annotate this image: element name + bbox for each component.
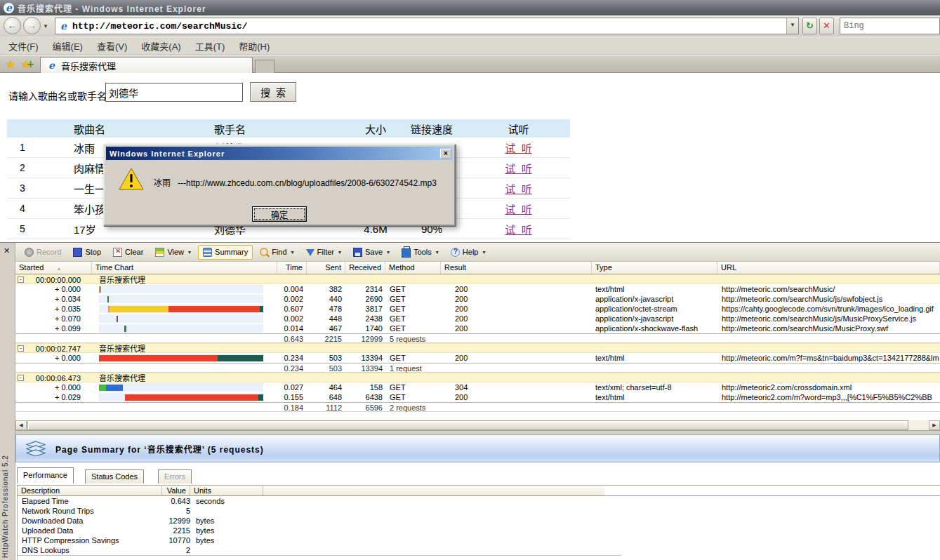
horizontal-scrollbar[interactable]: ◀ ▶	[15, 420, 940, 430]
results-header-0: 歌曲名	[74, 121, 214, 136]
request-offset: + 0.029	[15, 392, 92, 402]
request-row[interactable]: + 0.0000.027464158GET304text/xml; charse…	[15, 382, 940, 392]
hw-toolbar-stop-button[interactable]: Stop	[68, 245, 106, 260]
hw-toolbar-view-button[interactable]: View	[150, 245, 196, 260]
back-button[interactable]: ←	[4, 17, 21, 34]
scroll-left-icon[interactable]: ◀	[15, 420, 27, 430]
dialog-ok-button[interactable]: 确定	[252, 206, 307, 222]
search-box[interactable]	[840, 18, 940, 34]
group-header-row[interactable]: 00:00:06.473音乐搜索代理	[15, 373, 940, 382]
perf-value: 2	[162, 545, 190, 555]
request-offset: + 0.034	[15, 294, 92, 304]
song-search-input[interactable]	[105, 83, 243, 102]
summary-tab-status-codes[interactable]: Status Codes	[85, 469, 144, 484]
menu-item-4[interactable]: 工具(T)	[195, 39, 225, 53]
hw-toolbar-summary-button[interactable]: Summary	[198, 245, 253, 260]
group-header-row[interactable]: 00:00:02.747音乐搜索代理	[15, 343, 940, 353]
request-row[interactable]: + 0.0340.0024402690GET200application/x-j…	[15, 294, 940, 304]
dialog-close-button[interactable]: ×	[440, 149, 451, 159]
time-chart-track	[99, 393, 263, 401]
group-header-row[interactable]: 00:00:00.000音乐搜索代理	[15, 274, 940, 284]
new-tab-stub[interactable]	[255, 60, 274, 73]
time-chart-bar-segment	[168, 306, 260, 312]
hw-toolbar-filter-button[interactable]: Filter	[301, 245, 346, 259]
listen-link[interactable]: 试 听	[505, 204, 531, 215]
collapse-icon[interactable]	[18, 276, 24, 283]
column-header-received[interactable]: Received	[345, 262, 385, 274]
address-dropdown-button[interactable]: ▼	[786, 18, 798, 34]
column-header-time-chart[interactable]: Time Chart	[92, 262, 277, 274]
summary-tab-performance[interactable]: Performance	[17, 467, 74, 484]
menu-item-2[interactable]: 查看(V)	[97, 39, 127, 53]
menu-item-0[interactable]: 文件(F)	[8, 39, 39, 53]
menu-item-1[interactable]: 编辑(E)	[53, 39, 83, 53]
request-row[interactable]: + 0.0350.6074783817GET200application/oct…	[15, 304, 940, 314]
forward-button[interactable]: →	[23, 17, 41, 34]
ie-logo-icon: e	[4, 3, 14, 13]
perf-header-value[interactable]: Value	[162, 486, 190, 495]
hw-toolbar-record-button[interactable]: Record	[20, 245, 66, 260]
httpwatch-panel: ✕ HttpWatch Professional 5.2 RecordStopC…	[0, 242, 940, 560]
browser-window: e 音乐搜索代理 - Windows Internet Explorer ← →…	[0, 0, 940, 560]
favorites-star-icon[interactable]: ★	[6, 58, 15, 71]
time-chart-track	[99, 383, 263, 392]
song-index: 4	[7, 203, 74, 214]
collapse-icon[interactable]	[18, 375, 24, 381]
hw-toolbar-clear-button[interactable]: Clear	[108, 245, 148, 260]
collapse-icon[interactable]	[18, 345, 24, 352]
column-header-sent[interactable]: Sent	[307, 262, 345, 274]
perf-header-description[interactable]: Description	[18, 486, 162, 495]
request-method: GET	[385, 314, 441, 324]
hw-toolbar-help-button[interactable]: Help	[446, 245, 491, 260]
stop-button[interactable]: ✕	[819, 18, 834, 34]
total-received: 6596	[345, 403, 385, 411]
scrollbar-thumb[interactable]	[27, 420, 908, 430]
hw-toolbar-find-button[interactable]: Find	[255, 245, 298, 260]
column-header-result[interactable]: Result	[441, 262, 592, 274]
history-dropdown-icon[interactable]: ▼	[43, 23, 48, 29]
address-bar[interactable]: e ▼	[55, 18, 799, 34]
address-input[interactable]	[72, 21, 783, 32]
time-chart-track	[99, 354, 263, 362]
perf-row: HTTP Compression Savings10770bytes	[18, 535, 621, 545]
listen-link[interactable]: 试 听	[505, 142, 531, 154]
column-header-started[interactable]: Started	[15, 262, 92, 274]
menu-item-5[interactable]: 帮助(H)	[239, 39, 270, 53]
refresh-button[interactable]: ↻	[802, 18, 817, 34]
request-offset: + 0.000	[15, 353, 92, 363]
httpwatch-toolbar: RecordStopClearViewSummaryFindFilterSave…	[15, 243, 940, 262]
dialog-title-bar[interactable]: Windows Internet Explorer ×	[106, 147, 453, 160]
column-header-url[interactable]: URL	[717, 262, 940, 274]
request-row[interactable]: + 0.0290.1556486438GET200text/htmlhttp:/…	[15, 392, 940, 402]
summary-tab-errors[interactable]: Errors	[158, 469, 192, 484]
request-sent: 467	[307, 324, 345, 333]
column-header-time[interactable]: Time	[277, 262, 307, 274]
listen-link[interactable]: 试 听	[505, 183, 531, 195]
hw-toolbar-view-label: View	[167, 248, 184, 256]
column-header-method[interactable]: Method	[385, 262, 441, 274]
perf-units: bytes	[190, 535, 263, 545]
hw-toolbar-summary-label: Summary	[215, 248, 248, 256]
time-chart-bar-segment	[99, 286, 101, 293]
request-row[interactable]: + 0.0000.23450313394GET200text/htmlhttp:…	[15, 353, 940, 363]
hw-toolbar-stop-label: Stop	[85, 248, 101, 256]
dialog-title: Windows Internet Explorer	[110, 149, 440, 158]
perf-header-filler	[263, 486, 604, 495]
menu-item-3[interactable]: 收藏夹(A)	[141, 39, 180, 53]
add-favorite-icon[interactable]: ★＋	[21, 58, 31, 71]
scroll-right-icon[interactable]: ▶	[929, 420, 940, 430]
hw-toolbar-tools-button[interactable]: Tools	[397, 244, 444, 260]
httpwatch-close-icon[interactable]: ✕	[4, 246, 10, 255]
song-search-button[interactable]: 搜 索	[250, 82, 296, 102]
web-search-input[interactable]	[844, 21, 939, 31]
perf-header-units[interactable]: Units	[190, 486, 263, 495]
request-offset: + 0.000	[15, 284, 92, 294]
listen-link[interactable]: 试 听	[505, 163, 531, 175]
column-header-type[interactable]: Type	[592, 262, 717, 274]
hw-toolbar-save-button[interactable]: Save	[348, 245, 395, 260]
request-row[interactable]: + 0.0000.0043822314GET200text/htmlhttp:/…	[15, 284, 940, 294]
tab-active[interactable]: e 音乐搜索代理	[40, 57, 253, 73]
request-row[interactable]: + 0.0990.0144671740GET200application/x-s…	[15, 324, 940, 333]
listen-link[interactable]: 试 听	[505, 224, 531, 236]
request-row[interactable]: + 0.0700.0024482438GET200application/x-j…	[15, 314, 940, 324]
